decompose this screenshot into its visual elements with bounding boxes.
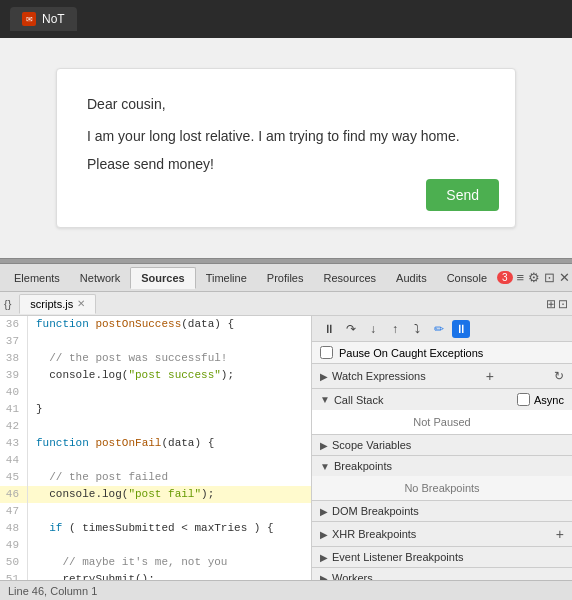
workers-label: Workers xyxy=(332,572,373,580)
tab-network[interactable]: Network xyxy=(70,268,130,288)
event-listener-section: ▶ Event Listener Breakpoints xyxy=(312,547,572,568)
event-listener-chevron: ▶ xyxy=(320,552,328,563)
not-paused-label: Not Paused xyxy=(312,410,572,434)
call-stack-header[interactable]: ▼ Call Stack Async xyxy=(312,389,572,410)
main-content-area: Dear cousin, I am your long lost relativ… xyxy=(0,38,572,258)
xhr-breakpoints-header[interactable]: ▶ XHR Breakpoints + xyxy=(312,522,572,546)
scope-variables-label: Scope Variables xyxy=(332,439,411,451)
call-stack-chevron: ▼ xyxy=(320,394,330,405)
tab-timeline[interactable]: Timeline xyxy=(196,268,257,288)
breakpoints-section: ▼ Breakpoints No Breakpoints xyxy=(312,456,572,501)
step-into-button[interactable]: ↓ xyxy=(364,320,382,338)
code-line: 41 } xyxy=(0,401,311,418)
code-line: 46 console.log("post fail"); xyxy=(0,486,311,503)
dom-breakpoints-label: DOM Breakpoints xyxy=(332,505,419,517)
settings-icon[interactable]: ⚙ xyxy=(528,270,540,285)
status-bar: Line 46, Column 1 xyxy=(0,580,572,600)
xhr-add-icon[interactable]: + xyxy=(556,526,564,542)
file-tab-close[interactable]: ✕ xyxy=(77,298,85,309)
edit-script-button[interactable]: ✏ xyxy=(430,320,448,338)
pause-button[interactable]: ⏸ xyxy=(320,320,338,338)
xhr-breakpoints-chevron: ▶ xyxy=(320,529,328,540)
deactivate-breakpoints-button[interactable]: ⤵ xyxy=(408,320,426,338)
code-line: 48 if ( timesSubmitted < maxTries ) { xyxy=(0,520,311,537)
scope-variables-header[interactable]: ▶ Scope Variables xyxy=(312,435,572,455)
file-expand-icon[interactable]: ⊞ xyxy=(546,297,556,311)
code-panel: 36 function postOnSuccess(data) { 37 38 … xyxy=(0,316,312,580)
devtools-tabbar: Elements Network Sources Timeline Profil… xyxy=(0,264,572,292)
scope-variables-section: ▶ Scope Variables xyxy=(312,435,572,456)
send-button[interactable]: Send xyxy=(426,179,499,211)
breakpoints-label: Breakpoints xyxy=(334,460,392,472)
call-stack-section: ▼ Call Stack Async Not Paused xyxy=(312,389,572,435)
async-checkbox[interactable] xyxy=(517,393,530,406)
file-tab-bar: {} scripts.js ✕ ⊞ ⊡ xyxy=(0,292,572,316)
call-stack-label: Call Stack xyxy=(334,394,384,406)
file-nav-back[interactable]: {} xyxy=(4,298,11,310)
workers-section: ▶ Workers xyxy=(312,568,572,580)
email-card: Dear cousin, I am your long lost relativ… xyxy=(56,68,516,228)
breakpoints-chevron: ▼ xyxy=(320,461,330,472)
browser-bar: ✉ NoT xyxy=(0,0,572,38)
tab-resources[interactable]: Resources xyxy=(313,268,386,288)
dock-icon[interactable]: ⊡ xyxy=(544,270,555,285)
async-call-button[interactable]: ⏸ xyxy=(452,320,470,338)
tab-console[interactable]: Console xyxy=(437,268,497,288)
workers-header[interactable]: ▶ Workers xyxy=(312,568,572,580)
code-line: 45 // the post failed xyxy=(0,469,311,486)
devtools-icons: 3 ≡ ⚙ ⊡ ✕ xyxy=(497,270,570,285)
breakpoints-header[interactable]: ▼ Breakpoints xyxy=(312,456,572,476)
step-over-button[interactable]: ↷ xyxy=(342,320,360,338)
no-breakpoints-label: No Breakpoints xyxy=(312,476,572,500)
file-tab-scripts[interactable]: scripts.js ✕ xyxy=(19,294,96,314)
dom-breakpoints-chevron: ▶ xyxy=(320,506,328,517)
workers-chevron: ▶ xyxy=(320,573,328,581)
watch-refresh-icon[interactable]: ↻ xyxy=(554,369,564,383)
watch-expressions-chevron: ▶ xyxy=(320,371,328,382)
file-tab-label: scripts.js xyxy=(30,298,73,310)
watch-add-icon[interactable]: + xyxy=(486,368,494,384)
event-listener-label: Event Listener Breakpoints xyxy=(332,551,463,563)
code-line: 50 // maybe it's me, not you xyxy=(0,554,311,571)
async-label: Async xyxy=(534,394,564,406)
error-badge: 3 xyxy=(497,271,513,284)
xhr-breakpoints-label: XHR Breakpoints xyxy=(332,528,416,540)
cursor-position: Line 46, Column 1 xyxy=(8,585,97,597)
dom-breakpoints-header[interactable]: ▶ DOM Breakpoints xyxy=(312,501,572,521)
tab-sources[interactable]: Sources xyxy=(130,267,195,289)
code-line: 40 xyxy=(0,384,311,401)
step-out-button[interactable]: ↑ xyxy=(386,320,404,338)
code-line: 49 xyxy=(0,537,311,554)
tab-mail-icon: ✉ xyxy=(22,12,36,26)
email-line1: I am your long lost relative. I am tryin… xyxy=(87,125,485,149)
code-line: 38 // the post was successful! xyxy=(0,350,311,367)
dom-breakpoints-section: ▶ DOM Breakpoints xyxy=(312,501,572,522)
code-lines: 36 function postOnSuccess(data) { 37 38 … xyxy=(0,316,311,580)
close-icon[interactable]: ✕ xyxy=(559,270,570,285)
pause-exceptions-row: Pause On Caught Exceptions xyxy=(312,342,572,364)
file-search-icon[interactable]: ⊡ xyxy=(558,297,568,311)
code-line: 47 xyxy=(0,503,311,520)
watch-expressions-header[interactable]: ▶ Watch Expressions + ↻ xyxy=(312,364,572,388)
watch-expressions-label: Watch Expressions xyxy=(332,370,426,382)
debugger-panel: ⏸ ↷ ↓ ↑ ⤵ ✏ ⏸ Pause On Caught Exceptions… xyxy=(312,316,572,580)
filter-icon[interactable]: ≡ xyxy=(517,270,525,285)
tab-audits[interactable]: Audits xyxy=(386,268,437,288)
tab-elements[interactable]: Elements xyxy=(4,268,70,288)
pause-exceptions-checkbox[interactable] xyxy=(320,346,333,359)
devtools-panel: Elements Network Sources Timeline Profil… xyxy=(0,264,572,600)
email-line2: Please send money! xyxy=(87,153,485,177)
code-line: 39 console.log("post success"); xyxy=(0,367,311,384)
file-tab-controls: ⊞ ⊡ xyxy=(546,297,568,311)
code-line: 36 function postOnSuccess(data) { xyxy=(0,316,311,333)
code-line: 42 xyxy=(0,418,311,435)
event-listener-header[interactable]: ▶ Event Listener Breakpoints xyxy=(312,547,572,567)
email-body: Dear cousin, I am your long lost relativ… xyxy=(87,93,485,176)
scope-variables-chevron: ▶ xyxy=(320,440,328,451)
devtools-body: 36 function postOnSuccess(data) { 37 38 … xyxy=(0,316,572,580)
browser-tab[interactable]: ✉ NoT xyxy=(10,7,77,31)
debugger-toolbar: ⏸ ↷ ↓ ↑ ⤵ ✏ ⏸ xyxy=(312,316,572,342)
code-line: 37 xyxy=(0,333,311,350)
code-line: 43 function postOnFail(data) { xyxy=(0,435,311,452)
tab-profiles[interactable]: Profiles xyxy=(257,268,314,288)
